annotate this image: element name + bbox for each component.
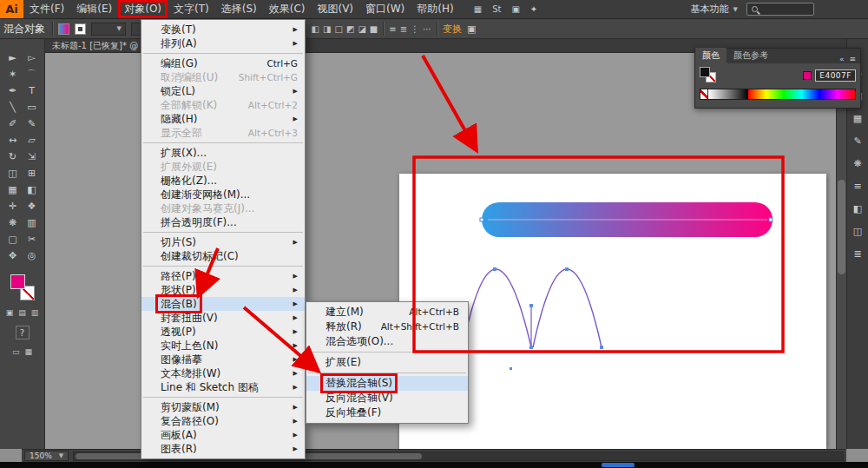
perspective-grid-tool[interactable]: ⊞ — [23, 165, 42, 181]
draw-inside-icon[interactable]: ▥ — [31, 308, 39, 317]
scale-tool[interactable]: ⇲ — [23, 148, 42, 165]
column-graph-tool[interactable]: ▥ — [23, 214, 42, 231]
rotate-tool[interactable]: ↻ — [3, 148, 23, 165]
pen-tool[interactable]: ✒ — [3, 82, 23, 99]
menu-item-hide[interactable]: 隐藏(H)▶ — [141, 112, 305, 126]
menu-type[interactable]: 文字(T) — [168, 0, 215, 18]
align-top-icon[interactable]: ◩ — [346, 24, 354, 34]
free-transform-tool[interactable]: ▱ — [23, 132, 42, 148]
swatches-icon[interactable]: ▦ — [850, 111, 865, 125]
anchor-point[interactable] — [493, 267, 496, 271]
submenu-item-replace-spine[interactable]: 替换混合轴(S) — [306, 376, 468, 391]
menu-item-shape[interactable]: 形状(P)▶ — [141, 283, 305, 297]
magic-wand-tool[interactable]: ✶ — [3, 66, 23, 82]
symbol-sprayer-tool[interactable]: ❋ — [3, 214, 23, 231]
fill-stroke-indicator[interactable] — [700, 67, 722, 84]
panel-menu-icon[interactable]: ≡ — [849, 55, 856, 63]
menu-item-perspective[interactable]: 透视(P)▶ — [141, 325, 305, 339]
menu-item-slice[interactable]: 切片(S)▶ — [141, 235, 305, 249]
menu-item-crop-marks[interactable]: 创建裁切标记(C) — [141, 249, 305, 263]
align-to-icon[interactable]: ⋯ — [423, 24, 431, 34]
menu-file[interactable]: 文件(F) — [23, 0, 70, 18]
menu-item-envelope-distort[interactable]: 封套扭曲(V)▶ — [141, 311, 305, 325]
hand-tool[interactable]: ✥ — [3, 247, 23, 264]
grayscale-ramp[interactable] — [708, 89, 748, 99]
menu-item-blend[interactable]: 混合(B)▶ — [141, 297, 305, 311]
submenu-item-blend-options[interactable]: 混合选项(O)... — [306, 334, 468, 349]
arrange-documents-icon[interactable]: ▣ — [511, 4, 519, 14]
tab-color-guide[interactable]: 颜色参考 — [727, 48, 775, 63]
menu-item-graph[interactable]: 图表(R)▶ — [141, 442, 305, 456]
menu-item-group[interactable]: 编组(G)Ctrl+G — [141, 56, 305, 70]
width-tool[interactable]: ↔ — [3, 132, 23, 148]
type-tool[interactable]: T — [23, 82, 42, 99]
menu-item-live-paint[interactable]: 实时上色(N)▶ — [141, 339, 305, 353]
normal-screen-icon[interactable]: ▭ — [12, 347, 20, 356]
menu-item-image-trace[interactable]: 图像描摹▶ — [141, 353, 305, 366]
screen-mode-icon[interactable]: ✦ — [530, 4, 537, 14]
zoom-tool[interactable]: ◎ — [23, 247, 42, 264]
stock-icon[interactable]: St — [492, 4, 501, 14]
tab-color[interactable]: 颜色 — [695, 48, 727, 63]
anchor-point[interactable] — [529, 346, 533, 349]
menu-item-transform[interactable]: 变换(T)▶ — [141, 23, 305, 36]
layers-icon[interactable]: ≣ — [850, 247, 865, 260]
menu-item-clipping-mask[interactable]: 剪切蒙版(M)▶ — [141, 400, 305, 414]
anchor-point[interactable] — [565, 267, 569, 271]
fill-color-swatch[interactable] — [58, 23, 69, 35]
submenu-item-release[interactable]: 释放(R)Alt+Shift+Ctrl+B — [306, 320, 468, 334]
menu-help[interactable]: 帮助(H) — [411, 0, 459, 18]
anchor-point[interactable] — [529, 304, 533, 307]
menu-effect[interactable]: 效果(C) — [263, 0, 312, 18]
rectangle-tool[interactable]: ▭ — [23, 99, 42, 115]
gradient-icon[interactable]: ◧ — [850, 201, 865, 215]
menu-item-artboards[interactable]: 画板(A)▶ — [141, 428, 305, 442]
menu-item-arrange[interactable]: 排列(A)▶ — [141, 36, 305, 50]
shape-builder-tool[interactable]: ◫ — [3, 165, 23, 181]
zoom-dropdown[interactable]: 150% ▼ — [24, 451, 69, 461]
align-middle-icon[interactable]: ◪ — [358, 24, 365, 34]
transparency-icon[interactable]: ◫ — [850, 224, 865, 238]
distribute-spacing-icon[interactable]: ⋮ — [411, 24, 419, 34]
help-icon[interactable]: ? — [16, 326, 30, 339]
stroke-icon[interactable]: ≡ — [850, 179, 865, 193]
slice-tool[interactable]: ✂ — [23, 231, 42, 247]
selection-tool[interactable]: ► — [3, 49, 23, 66]
menu-item-expand[interactable]: 扩展(X)... — [141, 146, 305, 160]
spine-arc-1[interactable] — [463, 269, 531, 347]
symbols-icon[interactable]: ❋ — [850, 156, 865, 170]
vertical-scrollbar-thumb[interactable] — [838, 180, 845, 274]
anchor-point[interactable] — [769, 218, 773, 221]
menu-window[interactable]: 窗口(W) — [359, 0, 411, 18]
bridge-icon[interactable]: ▦ — [474, 4, 482, 14]
fill-stroke-widget[interactable] — [9, 274, 36, 300]
line-segment-tool[interactable]: ╲ — [3, 99, 23, 115]
align-left-icon[interactable]: ◧ — [312, 24, 319, 34]
submenu-item-make[interactable]: 建立(M)Alt+Ctrl+B — [306, 305, 468, 320]
menu-select[interactable]: 选择(S) — [215, 0, 263, 18]
submenu-item-reverse-spine[interactable]: 反向混合轴(V) — [306, 391, 468, 405]
collapse-panel-icon[interactable]: « — [839, 55, 845, 63]
draw-normal-icon[interactable]: ▣ — [6, 308, 14, 317]
menu-item-compound-path[interactable]: 复合路径(O)▶ — [141, 414, 305, 428]
pencil-tool[interactable]: ✎ — [23, 115, 42, 132]
brushes-icon[interactable]: ✎ — [850, 134, 865, 148]
draw-behind-icon[interactable]: ▤ — [18, 308, 26, 317]
direct-selection-tool[interactable]: ▻ — [23, 49, 42, 66]
menu-item-path[interactable]: 路径(P)▶ — [141, 269, 305, 283]
submenu-item-expand[interactable]: 扩展(E) — [306, 355, 468, 370]
color-spectrum[interactable] — [700, 89, 856, 100]
anchor-point[interactable] — [510, 367, 512, 370]
submenu-item-reverse-front-to-back[interactable]: 反向堆叠(F) — [306, 405, 468, 420]
menu-item-lock[interactable]: 锁定(L)▶ — [141, 84, 305, 98]
align-right-icon[interactable]: □ — [335, 24, 343, 34]
isolate-object-icon[interactable]: ▣ — [467, 23, 476, 35]
transform-link[interactable]: 变换 — [443, 23, 462, 36]
search-input[interactable] — [746, 3, 814, 16]
menu-item-text-wrap[interactable]: 文本绕排(W)▶ — [141, 366, 305, 380]
menu-edit[interactable]: 编辑(E) — [70, 0, 118, 18]
anchor-point[interactable] — [480, 218, 483, 221]
eyedropper-tool[interactable]: ✛ — [3, 198, 23, 214]
stroke-width-dropdown[interactable]: ▼ — [91, 23, 126, 36]
gradient-tool[interactable]: ◧ — [23, 181, 42, 198]
